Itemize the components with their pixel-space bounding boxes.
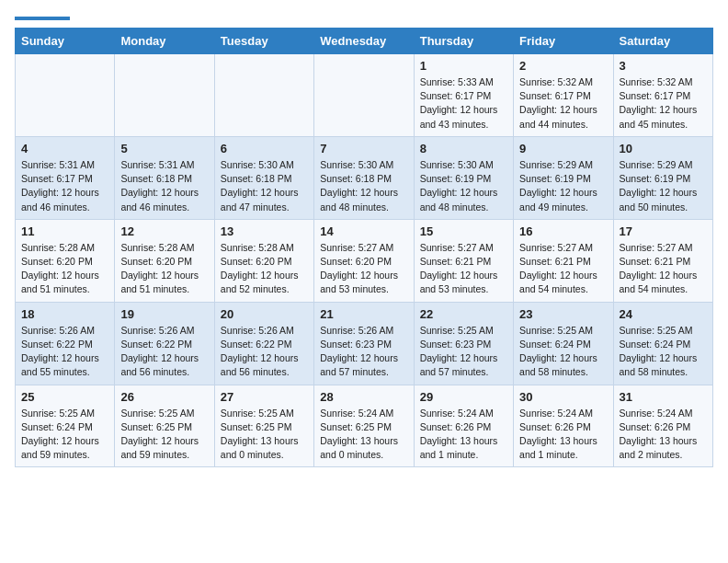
week-row-4: 18Sunrise: 5:26 AMSunset: 6:22 PMDayligh…: [16, 302, 713, 385]
day-cell: 17Sunrise: 5:27 AMSunset: 6:21 PMDayligh…: [613, 219, 712, 302]
day-cell: 25Sunrise: 5:25 AMSunset: 6:24 PMDayligh…: [16, 385, 115, 467]
day-info: Sunrise: 5:25 AMSunset: 6:23 PMDaylight:…: [420, 324, 507, 380]
logo-bar: [15, 17, 70, 20]
day-info: Sunrise: 5:32 AMSunset: 6:17 PMDaylight:…: [620, 75, 707, 132]
day-number: 28: [320, 390, 407, 404]
day-number: 22: [420, 307, 507, 321]
day-number: 15: [420, 224, 507, 238]
day-number: 10: [620, 142, 707, 155]
day-number: 27: [221, 390, 308, 404]
day-cell: 8Sunrise: 5:30 AMSunset: 6:19 PMDaylight…: [414, 136, 513, 219]
day-number: 9: [519, 142, 607, 155]
week-row-3: 11Sunrise: 5:28 AMSunset: 6:20 PMDayligh…: [16, 219, 713, 302]
header-cell-saturday: Saturday: [613, 29, 712, 54]
day-cell: 10Sunrise: 5:29 AMSunset: 6:19 PMDayligh…: [613, 136, 712, 219]
day-cell: 7Sunrise: 5:30 AMSunset: 6:18 PMDaylight…: [314, 136, 414, 219]
header-cell-wednesday: Wednesday: [314, 29, 414, 54]
day-number: 8: [420, 142, 507, 155]
day-number: 13: [221, 224, 308, 238]
day-cell: [214, 54, 313, 137]
day-info: Sunrise: 5:28 AMSunset: 6:20 PMDaylight:…: [221, 241, 308, 297]
page-header: [15, 15, 713, 20]
day-cell: 18Sunrise: 5:26 AMSunset: 6:22 PMDayligh…: [16, 302, 115, 385]
day-number: 2: [519, 59, 607, 73]
calendar-table: SundayMondayTuesdayWednesdayThursdayFrid…: [15, 28, 713, 467]
day-cell: 26Sunrise: 5:25 AMSunset: 6:25 PMDayligh…: [115, 385, 214, 467]
day-cell: [16, 54, 115, 137]
day-number: 19: [120, 307, 208, 321]
day-number: 3: [620, 59, 707, 73]
day-cell: 24Sunrise: 5:25 AMSunset: 6:24 PMDayligh…: [613, 302, 712, 385]
day-info: Sunrise: 5:27 AMSunset: 6:20 PMDaylight:…: [320, 241, 407, 297]
day-cell: 14Sunrise: 5:27 AMSunset: 6:20 PMDayligh…: [314, 219, 414, 302]
day-number: 17: [620, 224, 707, 238]
day-info: Sunrise: 5:24 AMSunset: 6:26 PMDaylight:…: [420, 407, 507, 463]
day-info: Sunrise: 5:24 AMSunset: 6:26 PMDaylight:…: [519, 407, 607, 463]
day-number: 12: [120, 224, 208, 238]
day-info: Sunrise: 5:32 AMSunset: 6:17 PMDaylight:…: [519, 75, 607, 132]
day-info: Sunrise: 5:25 AMSunset: 6:24 PMDaylight:…: [519, 324, 607, 380]
day-info: Sunrise: 5:27 AMSunset: 6:21 PMDaylight:…: [620, 241, 707, 297]
header-row: SundayMondayTuesdayWednesdayThursdayFrid…: [16, 29, 713, 54]
day-number: 5: [120, 142, 208, 155]
day-number: 18: [21, 307, 108, 321]
day-cell: [115, 54, 214, 137]
day-cell: 12Sunrise: 5:28 AMSunset: 6:20 PMDayligh…: [115, 219, 214, 302]
day-cell: 28Sunrise: 5:24 AMSunset: 6:25 PMDayligh…: [314, 385, 414, 467]
day-cell: 1Sunrise: 5:33 AMSunset: 6:17 PMDaylight…: [414, 54, 513, 137]
day-info: Sunrise: 5:24 AMSunset: 6:25 PMDaylight:…: [320, 407, 407, 463]
day-cell: 19Sunrise: 5:26 AMSunset: 6:22 PMDayligh…: [115, 302, 214, 385]
header-cell-sunday: Sunday: [16, 29, 115, 54]
day-info: Sunrise: 5:26 AMSunset: 6:22 PMDaylight:…: [120, 324, 208, 380]
day-info: Sunrise: 5:28 AMSunset: 6:20 PMDaylight:…: [21, 241, 108, 297]
day-cell: 16Sunrise: 5:27 AMSunset: 6:21 PMDayligh…: [514, 219, 613, 302]
day-info: Sunrise: 5:30 AMSunset: 6:19 PMDaylight:…: [420, 158, 507, 214]
day-number: 29: [420, 390, 507, 404]
week-row-2: 4Sunrise: 5:31 AMSunset: 6:17 PMDaylight…: [16, 136, 713, 219]
week-row-5: 25Sunrise: 5:25 AMSunset: 6:24 PMDayligh…: [16, 385, 713, 467]
header-cell-friday: Friday: [514, 29, 613, 54]
week-row-1: 1Sunrise: 5:33 AMSunset: 6:17 PMDaylight…: [16, 54, 713, 137]
day-number: 25: [21, 390, 108, 404]
day-info: Sunrise: 5:26 AMSunset: 6:23 PMDaylight:…: [320, 324, 407, 380]
day-number: 14: [320, 224, 407, 238]
day-info: Sunrise: 5:31 AMSunset: 6:17 PMDaylight:…: [21, 158, 108, 214]
calendar-body: 1Sunrise: 5:33 AMSunset: 6:17 PMDaylight…: [16, 54, 713, 467]
day-cell: 22Sunrise: 5:25 AMSunset: 6:23 PMDayligh…: [414, 302, 513, 385]
header-cell-monday: Monday: [115, 29, 214, 54]
day-info: Sunrise: 5:27 AMSunset: 6:21 PMDaylight:…: [519, 241, 607, 297]
day-cell: 9Sunrise: 5:29 AMSunset: 6:19 PMDaylight…: [514, 136, 613, 219]
day-cell: 3Sunrise: 5:32 AMSunset: 6:17 PMDaylight…: [613, 54, 712, 137]
day-cell: 5Sunrise: 5:31 AMSunset: 6:18 PMDaylight…: [115, 136, 214, 219]
day-info: Sunrise: 5:24 AMSunset: 6:26 PMDaylight:…: [620, 407, 707, 463]
day-cell: 23Sunrise: 5:25 AMSunset: 6:24 PMDayligh…: [514, 302, 613, 385]
day-cell: 20Sunrise: 5:26 AMSunset: 6:22 PMDayligh…: [214, 302, 313, 385]
day-number: 4: [21, 142, 108, 155]
day-cell: 31Sunrise: 5:24 AMSunset: 6:26 PMDayligh…: [613, 385, 712, 467]
day-info: Sunrise: 5:27 AMSunset: 6:21 PMDaylight:…: [420, 241, 507, 297]
day-cell: 13Sunrise: 5:28 AMSunset: 6:20 PMDayligh…: [214, 219, 313, 302]
day-cell: 29Sunrise: 5:24 AMSunset: 6:26 PMDayligh…: [414, 385, 513, 467]
day-number: 23: [519, 307, 607, 321]
day-info: Sunrise: 5:31 AMSunset: 6:18 PMDaylight:…: [120, 158, 208, 214]
day-cell: [314, 54, 414, 137]
day-info: Sunrise: 5:25 AMSunset: 6:25 PMDaylight:…: [221, 407, 308, 463]
calendar-header: SundayMondayTuesdayWednesdayThursdayFrid…: [16, 29, 713, 54]
day-info: Sunrise: 5:25 AMSunset: 6:24 PMDaylight:…: [620, 324, 707, 380]
day-info: Sunrise: 5:25 AMSunset: 6:25 PMDaylight:…: [120, 407, 208, 463]
day-cell: 21Sunrise: 5:26 AMSunset: 6:23 PMDayligh…: [314, 302, 414, 385]
day-info: Sunrise: 5:26 AMSunset: 6:22 PMDaylight:…: [221, 324, 308, 380]
day-number: 30: [519, 390, 607, 404]
day-cell: 15Sunrise: 5:27 AMSunset: 6:21 PMDayligh…: [414, 219, 513, 302]
day-info: Sunrise: 5:29 AMSunset: 6:19 PMDaylight:…: [620, 158, 707, 214]
day-number: 20: [221, 307, 308, 321]
day-cell: 2Sunrise: 5:32 AMSunset: 6:17 PMDaylight…: [514, 54, 613, 137]
day-info: Sunrise: 5:25 AMSunset: 6:24 PMDaylight:…: [21, 407, 108, 463]
day-number: 11: [21, 224, 108, 238]
day-info: Sunrise: 5:30 AMSunset: 6:18 PMDaylight:…: [320, 158, 407, 214]
day-number: 6: [221, 142, 308, 155]
day-info: Sunrise: 5:28 AMSunset: 6:20 PMDaylight:…: [120, 241, 208, 297]
day-number: 31: [620, 390, 707, 404]
day-number: 24: [620, 307, 707, 321]
header-cell-thursday: Thursday: [414, 29, 513, 54]
